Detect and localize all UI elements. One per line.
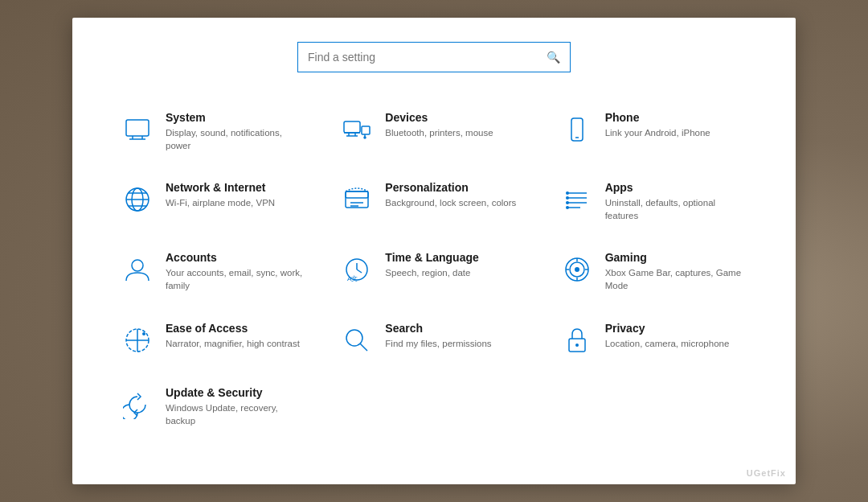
setting-title-privacy: Privacy [605, 322, 730, 335]
setting-item-search[interactable]: Search Find my files, permissions [324, 307, 543, 372]
setting-item-accounts[interactable]: Accounts Your accounts, email, sync, wor… [104, 237, 324, 307]
search-icon [340, 323, 374, 357]
network-icon [121, 183, 154, 216]
setting-title-apps: Apps [605, 181, 747, 194]
setting-text-system: System Display, sound, notifications, po… [166, 111, 308, 152]
svg-line-48 [360, 344, 367, 351]
watermark: UGetFix [747, 468, 786, 478]
setting-desc-gaming: Xbox Game Bar, captures, Game Mode [605, 266, 747, 292]
setting-text-network: Network & Internet Wi-Fi, airplane mode,… [166, 181, 275, 209]
setting-item-gaming[interactable]: Gaming Xbox Game Bar, captures, Game Mod… [544, 237, 764, 307]
setting-desc-system: Display, sound, notifications, power [166, 126, 308, 152]
setting-desc-network: Wi-Fi, airplane mode, VPN [166, 196, 275, 209]
svg-point-46 [142, 332, 145, 335]
setting-text-phone: Phone Link your Android, iPhone [605, 111, 710, 139]
setting-item-apps[interactable]: Apps Uninstall, defaults, optional featu… [544, 167, 764, 237]
setting-desc-phone: Link your Android, iPhone [605, 126, 710, 139]
setting-text-search: Search Find my files, permissions [385, 322, 491, 350]
svg-point-27 [566, 191, 569, 195]
setting-desc-time: Speech, region, date [385, 266, 478, 279]
system-icon [121, 113, 154, 146]
setting-title-personalization: Personalization [385, 181, 516, 194]
setting-title-search: Search [385, 322, 491, 335]
setting-title-time: Time & Language [385, 251, 478, 264]
setting-text-gaming: Gaming Xbox Game Bar, captures, Game Mod… [605, 251, 747, 292]
setting-desc-devices: Bluetooth, printers, mouse [385, 126, 493, 139]
settings-window: 🔍 System Display, sound, notifications, … [72, 18, 796, 484]
setting-desc-personalization: Background, lock screen, colors [385, 196, 516, 209]
setting-desc-apps: Uninstall, defaults, optional features [605, 196, 747, 222]
update-icon [121, 388, 154, 422]
setting-text-apps: Apps Uninstall, defaults, optional featu… [605, 181, 747, 222]
settings-grid: System Display, sound, notifications, po… [104, 97, 764, 442]
svg-point-30 [566, 206, 569, 209]
svg-rect-19 [346, 191, 368, 208]
setting-item-time[interactable]: A文 Time & Language Speech, region, date [324, 237, 543, 307]
gaming-icon [560, 253, 594, 286]
setting-title-network: Network & Internet [166, 181, 275, 194]
accounts-icon [121, 253, 154, 286]
svg-rect-0 [126, 120, 149, 136]
setting-desc-ease: Narrator, magnifier, high contrast [166, 337, 300, 350]
svg-line-34 [357, 270, 362, 273]
svg-rect-20 [346, 191, 368, 198]
setting-item-ease[interactable]: Ease of Access Narrator, magnifier, high… [104, 307, 324, 372]
setting-text-ease: Ease of Access Narrator, magnifier, high… [166, 322, 300, 350]
setting-title-accounts: Accounts [166, 251, 308, 264]
svg-point-28 [566, 196, 569, 200]
search-input[interactable] [308, 51, 547, 64]
setting-title-ease: Ease of Access [166, 322, 300, 335]
svg-point-50 [575, 344, 579, 347]
setting-desc-accounts: Your accounts, email, sync, work, family [166, 266, 308, 292]
svg-point-42 [575, 267, 579, 272]
personalization-icon [340, 183, 374, 216]
setting-title-update: Update & Security [166, 386, 308, 399]
svg-point-11 [364, 137, 366, 138]
setting-title-gaming: Gaming [605, 251, 747, 264]
setting-text-privacy: Privacy Location, camera, microphone [605, 322, 730, 350]
search-icon: 🔍 [547, 51, 560, 64]
devices-icon [340, 113, 374, 146]
setting-item-privacy[interactable]: Privacy Location, camera, microphone [544, 307, 764, 372]
setting-title-system: System [166, 111, 308, 124]
search-bar[interactable]: 🔍 [297, 42, 571, 72]
setting-desc-privacy: Location, camera, microphone [605, 337, 730, 350]
privacy-icon [560, 323, 594, 357]
svg-rect-5 [362, 126, 370, 134]
setting-text-update: Update & Security Windows Update, recove… [166, 386, 308, 427]
setting-desc-update: Windows Update, recovery, backup [166, 401, 308, 427]
setting-text-devices: Devices Bluetooth, printers, mouse [385, 111, 493, 139]
setting-desc-search: Find my files, permissions [385, 337, 491, 350]
setting-text-personalization: Personalization Background, lock screen,… [385, 181, 516, 209]
svg-point-29 [566, 201, 569, 204]
time-icon: A文 [340, 253, 374, 286]
setting-text-time: Time & Language Speech, region, date [385, 251, 478, 279]
setting-title-phone: Phone [605, 111, 710, 124]
setting-item-network[interactable]: Network & Internet Wi-Fi, airplane mode,… [104, 167, 324, 237]
svg-text:A文: A文 [347, 275, 358, 282]
setting-title-devices: Devices [385, 111, 493, 124]
setting-item-personalization[interactable]: Personalization Background, lock screen,… [324, 167, 543, 237]
ease-icon [121, 323, 154, 357]
setting-text-accounts: Accounts Your accounts, email, sync, wor… [166, 251, 308, 292]
svg-rect-4 [344, 121, 360, 133]
setting-item-devices[interactable]: Devices Bluetooth, printers, mouse [324, 97, 543, 167]
setting-item-update[interactable]: Update & Security Windows Update, recove… [104, 372, 324, 442]
svg-point-31 [132, 260, 143, 271]
apps-icon [560, 183, 594, 216]
phone-icon [560, 113, 594, 146]
setting-item-system[interactable]: System Display, sound, notifications, po… [104, 97, 324, 167]
setting-item-phone[interactable]: Phone Link your Android, iPhone [544, 97, 764, 167]
